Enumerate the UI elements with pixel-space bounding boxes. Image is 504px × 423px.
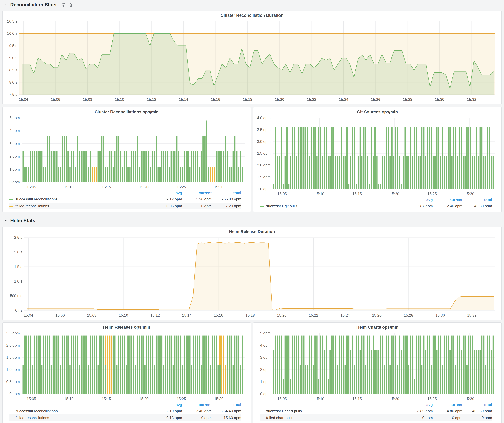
svg-text:2.5 opm: 2.5 opm [257, 151, 270, 155]
section-helm-stats[interactable]: Helm Stats [0, 216, 504, 225]
legend-header-current[interactable]: current [433, 403, 462, 407]
svg-text:2.0 s: 2.0 s [14, 250, 22, 254]
svg-text:4 opm: 4 opm [260, 343, 270, 347]
git-sources-chart[interactable]: 4.0 opm3.5 opm3.0 opm2.5 opm2.0 opm1.5 o… [255, 115, 499, 197]
stat-total: 465.60 opm [462, 409, 492, 413]
svg-text:15:26: 15:26 [371, 97, 380, 101]
svg-text:15:30: 15:30 [435, 313, 445, 317]
svg-text:15:06: 15:06 [55, 313, 65, 317]
svg-text:15:10: 15:10 [315, 397, 324, 401]
svg-text:15:28: 15:28 [403, 97, 412, 101]
svg-text:15:30: 15:30 [435, 97, 444, 101]
legend-header-total[interactable]: total [212, 403, 241, 407]
legend-item[interactable]: failed reconciliations [9, 416, 152, 420]
legend-item[interactable]: successful reconciliations [9, 409, 152, 413]
svg-text:15:20: 15:20 [390, 192, 399, 196]
cluster-reconciliation-duration-chart[interactable]: 10.5 s10.0 s9.5 s9.0 s8.5 s8.0 s7.5 s15:… [5, 19, 499, 103]
stat-current: 2.40 opm [433, 204, 462, 208]
trash-icon[interactable] [68, 2, 73, 7]
svg-text:0 ns: 0 ns [15, 308, 22, 312]
legend-header-current[interactable]: current [182, 191, 212, 195]
svg-text:15:05: 15:05 [27, 397, 36, 401]
legend-row-failed: failed chart pulls 0 opm 0 opm 0 opm [260, 414, 492, 421]
svg-text:15:16: 15:16 [214, 313, 223, 317]
legend-header-avg[interactable]: avg [152, 191, 182, 195]
svg-text:4 opm: 4 opm [9, 129, 20, 133]
svg-text:2 opm: 2 opm [260, 367, 270, 372]
legend-header-total[interactable]: total [462, 198, 492, 202]
legend-item[interactable]: successful reconciliations [9, 197, 152, 201]
svg-text:0 opm: 0 opm [9, 180, 20, 184]
legend-header-avg[interactable]: avg [403, 198, 433, 202]
svg-text:3.5 opm: 3.5 opm [257, 128, 270, 132]
svg-text:15:16: 15:16 [211, 97, 220, 101]
legend-label: successful git pulls [266, 204, 297, 208]
legend-row-successful: successful reconciliations 2.12 opm 1.20… [9, 196, 241, 203]
legend-row-successful: successful chart pulls 3.85 opm 4.80 opm… [260, 408, 492, 414]
svg-text:10.0 s: 10.0 s [7, 31, 17, 35]
cluster-reconciliations-chart[interactable]: 5 opm4 opm3 opm2 opm1 opm0 opm15:0515:10… [5, 115, 249, 190]
legend: avg current total successful git pulls 2… [255, 197, 499, 210]
svg-text:15:32: 15:32 [467, 313, 477, 317]
svg-text:1.5 opm: 1.5 opm [257, 175, 270, 179]
legend-header-avg[interactable]: avg [152, 403, 182, 407]
legend-label: failed chart pulls [266, 416, 293, 420]
legend-item[interactable]: successful git pulls [260, 204, 403, 208]
svg-text:15:22: 15:22 [309, 313, 318, 317]
panel-cluster-reconciliation-duration: Cluster Reconciliation Duration 10.5 s10… [2, 11, 502, 104]
svg-text:15:15: 15:15 [102, 185, 111, 189]
helm-release-duration-chart[interactable]: 2.5 s2.0 s1.5 s1.0 s500 ms0 ns15:0415:06… [5, 235, 499, 318]
stat-total: 7.20 opm [212, 204, 241, 208]
svg-text:9.0 s: 9.0 s [9, 56, 17, 60]
svg-text:15:08: 15:08 [87, 313, 96, 317]
stat-current: 0 opm [182, 204, 212, 208]
legend-item[interactable]: failed reconciliations [9, 204, 152, 208]
section-title: Reconciliation Stats [10, 2, 56, 8]
svg-text:1 opm: 1 opm [9, 167, 20, 171]
svg-text:15:12: 15:12 [150, 313, 160, 317]
legend-item[interactable]: failed chart pulls [260, 416, 403, 420]
svg-text:5 opm: 5 opm [260, 331, 270, 335]
legend-header-total[interactable]: total [462, 403, 492, 407]
series-color-dash [260, 411, 264, 411]
svg-text:15:04: 15:04 [19, 97, 28, 101]
svg-text:1.0 opm: 1.0 opm [257, 187, 270, 191]
stat-current: 0 opm [182, 416, 212, 420]
svg-text:9.5 s: 9.5 s [9, 44, 17, 48]
svg-text:15:04: 15:04 [24, 313, 33, 317]
svg-text:2.5 opm: 2.5 opm [6, 331, 20, 335]
svg-text:15:05: 15:05 [277, 397, 287, 401]
svg-text:15:20: 15:20 [139, 397, 149, 401]
stat-total: 0 opm [462, 416, 492, 420]
helm-releases-chart[interactable]: 2.5 opm2.0 opm1.5 opm1.0 opm0.5 opm0 opm… [5, 331, 249, 402]
legend-header-total[interactable]: total [212, 191, 241, 195]
svg-text:15:20: 15:20 [277, 313, 287, 317]
svg-text:15:06: 15:06 [51, 97, 60, 101]
svg-text:15:25: 15:25 [427, 397, 437, 401]
svg-text:15:30: 15:30 [465, 192, 474, 196]
svg-text:15:26: 15:26 [372, 313, 382, 317]
panel-cluster-reconciliations: Cluster Reconciliations ops/min 5 opm4 o… [2, 107, 251, 212]
legend-item[interactable]: successful chart pulls [260, 409, 403, 413]
svg-text:15:18: 15:18 [246, 313, 255, 317]
svg-text:15:22: 15:22 [307, 97, 316, 101]
series-color-dash [260, 417, 264, 418]
stat-avg: 2.10 opm [152, 409, 182, 413]
gear-icon[interactable] [61, 2, 66, 7]
legend-header-current[interactable]: current [182, 403, 212, 407]
svg-text:0.5 opm: 0.5 opm [6, 380, 20, 384]
legend-row-failed: failed reconciliations 0.06 opm 0 opm 7.… [9, 203, 241, 210]
stat-avg: 2.87 opm [403, 204, 433, 208]
svg-text:15:20: 15:20 [390, 397, 399, 401]
svg-text:15:10: 15:10 [315, 192, 324, 196]
svg-text:3 opm: 3 opm [9, 141, 20, 146]
svg-text:2 opm: 2 opm [9, 154, 20, 159]
svg-text:15:30: 15:30 [214, 397, 223, 401]
svg-text:15:10: 15:10 [64, 397, 73, 401]
svg-text:1.5 opm: 1.5 opm [6, 355, 20, 359]
section-reconciliation-stats[interactable]: Reconciliation Stats [0, 0, 504, 10]
helm-charts-chart[interactable]: 5 opm4 opm3 opm2 opm1 opm0 opm15:0515:10… [255, 331, 499, 402]
legend-header-current[interactable]: current [433, 198, 462, 202]
legend: avg current total successful chart pulls… [255, 402, 499, 422]
legend-header-avg[interactable]: avg [403, 403, 433, 407]
